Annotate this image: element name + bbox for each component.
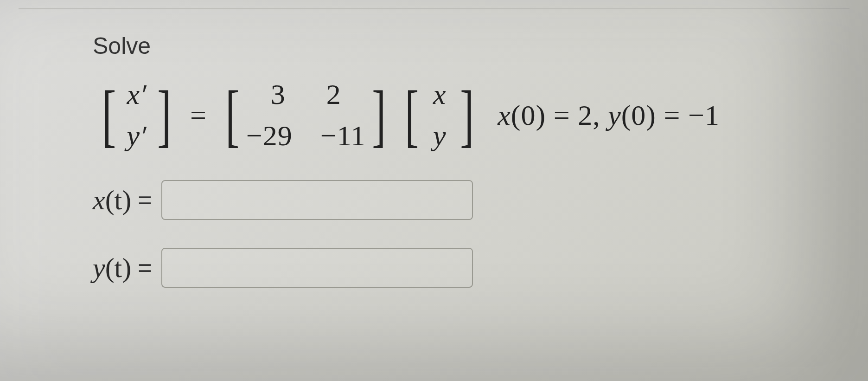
right-bracket-icon: ] — [460, 80, 475, 150]
y-equals: = — [138, 254, 152, 282]
ic-x-fn: x — [498, 99, 511, 131]
x-equals: = — [138, 186, 152, 214]
y-label: y — [426, 119, 453, 152]
problem-page: Solve [ x′ y′ ] = [ 3 2 — [0, 0, 868, 381]
right-bracket-icon: ] — [372, 80, 387, 150]
dy-label: y′ — [123, 119, 151, 152]
a22: −11 — [320, 119, 366, 152]
left-bracket-icon: [ — [102, 80, 116, 150]
ic-y-val: −1 — [688, 99, 720, 131]
right-bracket-icon: ] — [157, 80, 172, 150]
ic-y-open: (0) = — [621, 99, 688, 131]
a21: −29 — [246, 119, 293, 152]
ic-y-fn: y — [608, 99, 621, 131]
a12: 2 — [320, 78, 348, 111]
y-fn: y — [93, 252, 105, 283]
derivative-vector: [ x′ y′ ] — [97, 78, 176, 152]
y-answer-row: y(t) = — [93, 248, 812, 288]
top-divider — [19, 8, 849, 9]
x-fn: x — [93, 185, 105, 215]
left-bracket-icon: [ — [225, 80, 240, 150]
ic-x-val: 2 — [578, 99, 593, 131]
a11: 3 — [264, 78, 292, 111]
y-answer-input[interactable] — [161, 248, 473, 288]
initial-conditions: x(0) = 2, y(0) = −1 — [498, 99, 720, 132]
equals-sign: = — [190, 99, 207, 132]
ic-x-open: (0) = — [511, 99, 578, 131]
prompt-text: Solve — [93, 32, 812, 59]
y-answer-label: y(t) — [93, 252, 131, 284]
y-arg: (t) — [105, 252, 132, 283]
state-vector: [ x y ] — [400, 78, 479, 152]
left-bracket-icon: [ — [405, 80, 420, 150]
content-area: Solve [ x′ y′ ] = [ 3 2 — [93, 32, 812, 316]
x-answer-row: x(t) = — [93, 180, 812, 220]
x-label: x — [426, 78, 453, 111]
dx-label: x′ — [123, 78, 151, 111]
x-answer-input[interactable] — [161, 180, 473, 220]
x-arg: (t) — [105, 185, 132, 215]
x-answer-label: x(t) — [93, 184, 131, 216]
coefficient-matrix: [ 3 2 −29 −11 ] — [221, 78, 391, 152]
system-equation: [ x′ y′ ] = [ 3 2 −29 −11 — [93, 78, 812, 152]
ic-sep: , — [593, 99, 608, 131]
